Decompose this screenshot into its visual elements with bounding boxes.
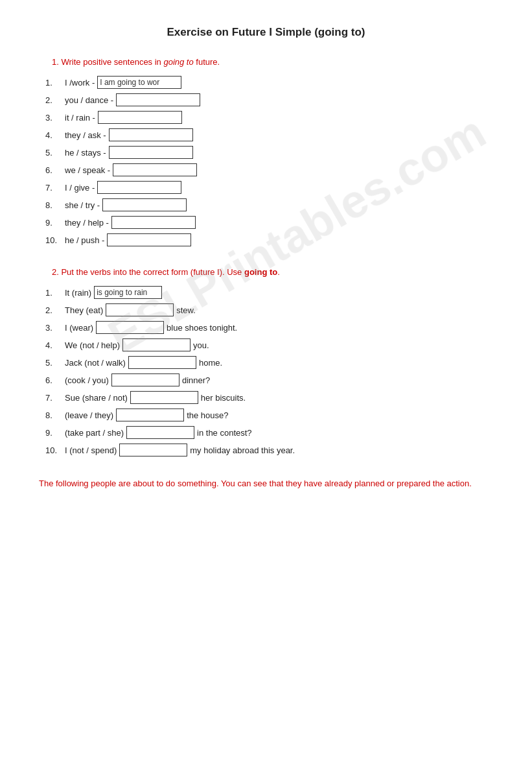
item-suffix: blue shoes tonight. bbox=[167, 323, 237, 333]
item-label: he / stays - bbox=[65, 148, 106, 158]
answer-input[interactable] bbox=[107, 233, 191, 246]
section2-instruction: 2. Put the verbs into the correct form (… bbox=[52, 267, 493, 277]
table-row: 6.we / speak - bbox=[39, 163, 493, 176]
table-row: 5.Jack (not / walk)home. bbox=[39, 356, 493, 369]
item-suffix: in the contest? bbox=[197, 428, 252, 438]
answer-input[interactable] bbox=[122, 338, 191, 351]
table-row: 8.(leave / they)the house? bbox=[39, 409, 493, 421]
item-prefix: (take part / she) bbox=[65, 428, 124, 438]
item-number: 9. bbox=[45, 428, 65, 438]
item-label: it / rain - bbox=[65, 113, 95, 123]
table-row: 9.(take part / she)in the contest? bbox=[39, 426, 493, 439]
exercise-2: 2. Put the verbs into the correct form (… bbox=[39, 267, 493, 456]
item-label: they / ask - bbox=[65, 130, 106, 140]
answer-input[interactable] bbox=[109, 146, 193, 159]
table-row: 6.(cook / you)dinner? bbox=[39, 373, 493, 386]
item-prefix: (cook / you) bbox=[65, 375, 109, 385]
item-prefix: Sue (share / not) bbox=[65, 393, 128, 403]
item-label: we / speak - bbox=[65, 165, 110, 175]
table-row: 5.he / stays - bbox=[39, 146, 493, 159]
item-suffix: stew. bbox=[176, 305, 196, 315]
item-label: they / help - bbox=[65, 218, 109, 228]
item-prefix: We (not / help) bbox=[65, 340, 120, 350]
answer-input[interactable] bbox=[97, 181, 181, 194]
table-row: 2.you / dance - bbox=[39, 93, 493, 106]
page-title: Exercise on Future I Simple (going to) bbox=[39, 26, 493, 39]
item-number: 6. bbox=[45, 375, 65, 385]
answer-input[interactable] bbox=[116, 93, 200, 106]
answer-input[interactable] bbox=[94, 286, 162, 299]
answer-input[interactable] bbox=[128, 356, 196, 369]
table-row: 2.They (eat)stew. bbox=[39, 303, 493, 316]
answer-input[interactable] bbox=[102, 198, 187, 211]
item-label: she / try - bbox=[65, 200, 100, 210]
item-number: 10. bbox=[45, 235, 65, 245]
section1-instruction: 1. Write positive sentences in going to … bbox=[52, 57, 493, 67]
answer-input[interactable] bbox=[106, 303, 174, 316]
item-suffix: you. bbox=[193, 340, 209, 350]
table-row: 3.I (wear)blue shoes tonight. bbox=[39, 321, 493, 334]
item-number: 7. bbox=[45, 393, 65, 403]
item-number: 8. bbox=[45, 410, 65, 420]
answer-input[interactable] bbox=[130, 391, 198, 404]
item-suffix: the house? bbox=[187, 410, 228, 420]
answer-input[interactable] bbox=[113, 163, 197, 176]
item-label: he / push - bbox=[65, 235, 104, 245]
answer-input[interactable] bbox=[98, 111, 182, 124]
table-row: 1.I /work - bbox=[39, 76, 493, 89]
item-prefix: (leave / they) bbox=[65, 410, 113, 420]
item-number: 4. bbox=[45, 340, 65, 350]
answer-input[interactable] bbox=[126, 426, 194, 439]
table-row: 7.I / give - bbox=[39, 181, 493, 194]
item-number: 9. bbox=[45, 218, 65, 228]
item-number: 3. bbox=[45, 113, 65, 123]
answer-input[interactable] bbox=[109, 128, 193, 141]
item-number: 10. bbox=[45, 445, 65, 455]
answer-input[interactable] bbox=[119, 444, 187, 456]
item-suffix: her biscuits. bbox=[201, 393, 246, 403]
item-prefix: I (not / spend) bbox=[65, 445, 117, 455]
answer-input[interactable] bbox=[96, 321, 164, 334]
table-row: 4.they / ask - bbox=[39, 128, 493, 141]
table-row: 3.it / rain - bbox=[39, 111, 493, 124]
answer-input[interactable] bbox=[116, 409, 184, 421]
table-row: 10.he / push - bbox=[39, 233, 493, 246]
section2-items: 1.It (rain)2.They (eat)stew.3.I (wear)bl… bbox=[39, 286, 493, 456]
item-number: 6. bbox=[45, 165, 65, 175]
table-row: 8.she / try - bbox=[39, 198, 493, 211]
table-row: 4.We (not / help)you. bbox=[39, 338, 493, 351]
item-suffix: home. bbox=[199, 358, 222, 368]
item-number: 5. bbox=[45, 358, 65, 368]
table-row: 10.I (not / spend)my holiday abroad this… bbox=[39, 444, 493, 456]
table-row: 1.It (rain) bbox=[39, 286, 493, 299]
item-number: 1. bbox=[45, 78, 65, 88]
footer-note: The following people are about to do som… bbox=[39, 477, 493, 490]
answer-input[interactable] bbox=[97, 76, 181, 89]
item-label: I /work - bbox=[65, 78, 95, 88]
item-number: 1. bbox=[45, 288, 65, 298]
item-prefix: I (wear) bbox=[65, 323, 93, 333]
table-row: 7.Sue (share / not)her biscuits. bbox=[39, 391, 493, 404]
item-number: 5. bbox=[45, 148, 65, 158]
table-row: 9.they / help - bbox=[39, 216, 493, 229]
item-suffix: my holiday abroad this year. bbox=[190, 445, 295, 455]
item-label: you / dance - bbox=[65, 95, 113, 105]
item-label: I / give - bbox=[65, 183, 95, 193]
exercise-1: 1. Write positive sentences in going to … bbox=[39, 57, 493, 246]
item-number: 4. bbox=[45, 130, 65, 140]
item-suffix: dinner? bbox=[182, 375, 210, 385]
item-prefix: Jack (not / walk) bbox=[65, 358, 126, 368]
item-prefix: They (eat) bbox=[65, 305, 103, 315]
answer-input[interactable] bbox=[111, 373, 179, 386]
item-number: 7. bbox=[45, 183, 65, 193]
item-number: 2. bbox=[45, 95, 65, 105]
item-number: 8. bbox=[45, 200, 65, 210]
item-number: 3. bbox=[45, 323, 65, 333]
item-prefix: It (rain) bbox=[65, 288, 91, 298]
section1-items: 1.I /work -2.you / dance -3.it / rain -4… bbox=[39, 76, 493, 246]
answer-input[interactable] bbox=[111, 216, 196, 229]
item-number: 2. bbox=[45, 305, 65, 315]
